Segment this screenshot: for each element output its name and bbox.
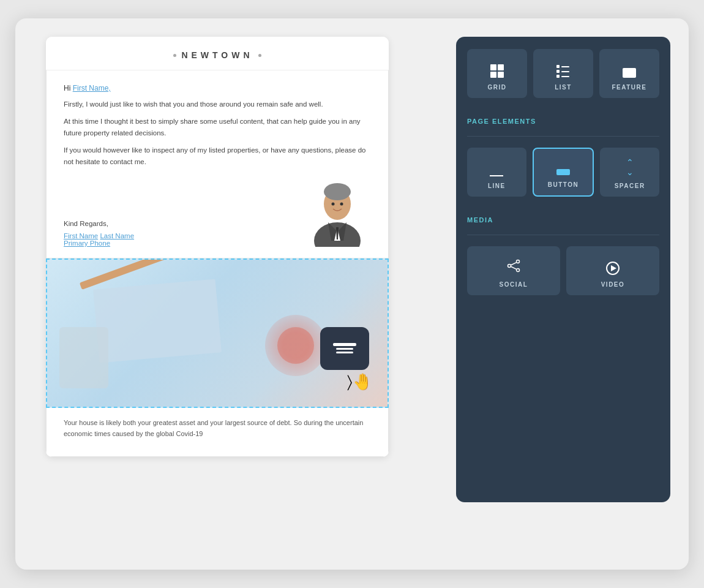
grid-icon: [490, 59, 504, 78]
cursor-hand-icon: 〉🤚: [347, 372, 372, 391]
dot-left: [173, 54, 176, 57]
media-section-label: MEDIA: [467, 216, 659, 224]
panel-item-grid[interactable]: GRID: [467, 49, 527, 98]
panel-item-social[interactable]: SOCIAL: [467, 246, 560, 295]
person-figure: [304, 173, 371, 247]
spacer-up-arrow: ⌃: [626, 158, 634, 167]
divider-2: [467, 235, 659, 235]
signature-name: First Name Last Name: [64, 232, 134, 239]
svg-point-7: [340, 202, 343, 205]
paper-shape: [93, 279, 222, 363]
covid-circle: [265, 315, 326, 376]
grid-label: GRID: [488, 84, 507, 91]
panel-item-list[interactable]: LIST: [533, 49, 593, 98]
greeting-text: Hi: [64, 84, 70, 92]
panel-item-line[interactable]: LINE: [467, 148, 526, 197]
line-icon: [490, 175, 503, 176]
image-bg: 〉🤚: [47, 260, 388, 407]
floating-block-button[interactable]: [320, 327, 369, 370]
regards-text: Kind Regards,: [64, 220, 134, 227]
email-card: NEWTOWN Hi First Name, Firstly, I would …: [46, 37, 389, 457]
calculator-shape: [59, 327, 108, 388]
social-label: SOCIAL: [500, 281, 528, 288]
spacer-icon: ⌃ ⌄: [626, 158, 634, 176]
list-icon: [556, 65, 570, 78]
svg-point-2: [324, 183, 351, 200]
brand-name: NEWTOWN: [181, 50, 253, 60]
media-items-row: SOCIAL VIDEO: [467, 246, 659, 295]
right-panel: GRID: [456, 37, 670, 502]
page-element-items-row: LINE BUTTON ⌃ ⌄ SPACER: [467, 148, 659, 197]
button-label: BUTTON: [548, 181, 579, 188]
panel-item-button[interactable]: BUTTON: [533, 148, 594, 197]
dot-right: [258, 54, 261, 57]
feature-icon: [623, 68, 636, 78]
svg-point-9: [508, 265, 511, 268]
email-brand-title: NEWTOWN: [46, 50, 389, 60]
email-body: Hi First Name, Firstly, I would just lik…: [46, 70, 389, 258]
last-name-sig[interactable]: Last Name: [100, 232, 134, 239]
panel-item-video[interactable]: VIDEO: [566, 246, 659, 295]
btn-line-1: [333, 343, 356, 346]
email-bottom-text: Your house is likely both your greatest …: [46, 408, 389, 457]
panel-item-spacer[interactable]: ⌃ ⌄ SPACER: [600, 148, 659, 197]
video-icon: [606, 262, 620, 275]
page-elements-section-label: PAGE ELEMENTS: [467, 118, 659, 125]
svg-point-8: [517, 260, 520, 263]
button-icon: [556, 169, 570, 175]
first-name-sig[interactable]: First Name: [64, 232, 98, 239]
btn-line-2: [336, 348, 353, 350]
main-container: NEWTOWN Hi First Name, Firstly, I would …: [15, 18, 689, 570]
social-icon: [507, 259, 520, 275]
btn-line-3: [336, 352, 353, 353]
svg-line-12: [511, 266, 517, 270]
feature-label: FEATURE: [612, 84, 647, 91]
first-name-link[interactable]: First Name,: [73, 84, 111, 92]
email-signature-text: Kind Regards, First Name Last Name Prima…: [64, 220, 134, 247]
svg-point-6: [332, 202, 335, 205]
video-label: VIDEO: [601, 281, 625, 288]
divider-1: [467, 136, 659, 137]
spacer-label: SPACER: [615, 183, 645, 189]
spacer-down-arrow: ⌄: [626, 168, 634, 176]
paragraph-2: At this time I thought it best to simply…: [64, 116, 371, 138]
email-preview-wrapper: NEWTOWN Hi First Name, Firstly, I would …: [34, 37, 401, 564]
layout-items-row: GRID: [467, 49, 659, 98]
line-label: LINE: [488, 183, 506, 189]
panel-item-feature[interactable]: FEATURE: [599, 49, 659, 98]
paragraph-3: If you would however like to inspect any…: [64, 145, 371, 167]
email-image-section: 〉🤚: [46, 258, 389, 408]
paragraph-1: Firstly, I would just like to wish that …: [64, 99, 371, 110]
svg-line-11: [511, 262, 517, 265]
email-signature-area: Kind Regards, First Name Last Name Prima…: [64, 173, 371, 247]
video-play-triangle: [611, 265, 616, 271]
list-label: LIST: [555, 84, 572, 91]
svg-point-10: [517, 269, 520, 272]
email-header: NEWTOWN: [46, 37, 389, 70]
email-greeting: Hi First Name,: [64, 84, 371, 92]
primary-phone[interactable]: Primary Phone: [64, 239, 134, 247]
